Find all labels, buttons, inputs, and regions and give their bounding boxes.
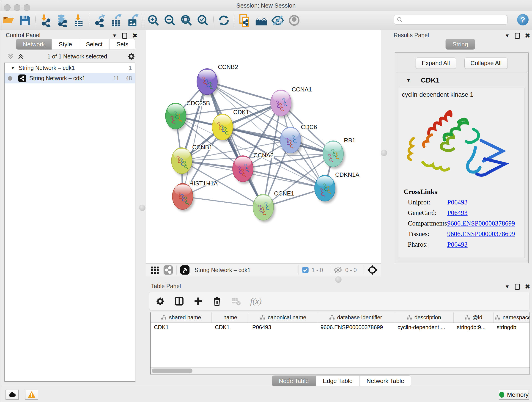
export-image-button[interactable] bbox=[124, 13, 141, 28]
column-header-database-identifier[interactable]: database identifier bbox=[317, 313, 394, 322]
expand-all-icon[interactable] bbox=[17, 53, 24, 60]
network-collection-row[interactable]: ▼ String Network – cdk1 1 bbox=[5, 63, 135, 73]
selected-nodes-checkbox-icon[interactable] bbox=[302, 267, 309, 274]
network-node-rb1[interactable] bbox=[323, 141, 345, 169]
table-options-gear-icon[interactable] bbox=[155, 296, 165, 306]
minimize-panel-icon[interactable]: ▼ bbox=[505, 33, 510, 39]
network-node-ccna2[interactable] bbox=[233, 156, 255, 184]
table-cell[interactable]: 9606.ENSP00000378699 bbox=[317, 323, 394, 332]
right-splitter-handle[interactable] bbox=[381, 150, 387, 156]
network-node-ccnb2[interactable] bbox=[197, 69, 219, 97]
crosslink-link[interactable]: 9606.ENSP00000378699 bbox=[447, 220, 515, 227]
minimize-panel-icon[interactable]: ▼ bbox=[505, 284, 510, 290]
network-node-ccne1[interactable] bbox=[253, 194, 275, 222]
tab-edge-table[interactable]: Edge Table bbox=[316, 375, 360, 386]
expand-all-button[interactable]: Expand All bbox=[416, 57, 456, 69]
node-table[interactable]: shared namenamecanonical namedatabase id… bbox=[150, 312, 530, 375]
save-session-button[interactable] bbox=[17, 13, 33, 28]
close-panel-icon[interactable]: ✖ bbox=[525, 32, 530, 39]
table-cell[interactable]: stringdb:9... bbox=[454, 323, 494, 332]
crosslink-link[interactable]: 9606.ENSP00000378699 bbox=[447, 230, 515, 238]
hidden-elements-eye-icon[interactable] bbox=[333, 265, 342, 274]
network-overview-icon[interactable] bbox=[163, 265, 173, 275]
memory-button[interactable]: Memory bbox=[499, 390, 529, 400]
collapse-all-button[interactable]: Collapse All bbox=[464, 57, 508, 69]
network-tree: ▼ String Network – cdk1 1 String Network… bbox=[4, 63, 135, 382]
zoom-selected-button[interactable] bbox=[195, 13, 211, 28]
horizontal-splitter-handle[interactable] bbox=[335, 276, 342, 283]
import-network-database-button[interactable] bbox=[54, 13, 70, 28]
network-options-gear-icon[interactable] bbox=[127, 52, 135, 61]
network-selection-row: 1 of 1 Network selected bbox=[7, 51, 135, 62]
close-panel-icon[interactable]: ✖ bbox=[525, 283, 530, 290]
search-field[interactable] bbox=[394, 15, 507, 25]
network-node-ccnb1[interactable] bbox=[171, 148, 194, 176]
scrollbar-thumb[interactable] bbox=[152, 369, 192, 373]
table-cell[interactable]: stringdb bbox=[494, 323, 530, 332]
table-cell[interactable]: CDK1 bbox=[212, 323, 249, 332]
cloud-status-button[interactable] bbox=[6, 390, 19, 400]
export-network-button[interactable] bbox=[91, 13, 108, 28]
crosslink-link[interactable]: P06493 bbox=[447, 198, 468, 206]
add-column-icon[interactable] bbox=[193, 296, 203, 306]
zoom-out-button[interactable] bbox=[162, 13, 178, 28]
close-panel-icon[interactable]: ✖ bbox=[132, 32, 138, 39]
import-table-button[interactable] bbox=[70, 13, 87, 28]
warnings-button[interactable] bbox=[25, 390, 38, 400]
column-header-description[interactable]: description bbox=[394, 313, 454, 322]
tab-network-table[interactable]: Network Table bbox=[360, 375, 411, 386]
open-session-button[interactable] bbox=[0, 13, 17, 28]
search-input[interactable] bbox=[405, 16, 505, 23]
float-panel-icon[interactable] bbox=[515, 284, 520, 290]
network-edge[interactable] bbox=[207, 82, 263, 207]
export-table-button[interactable] bbox=[108, 13, 124, 28]
table-horizontal-scrollbar[interactable] bbox=[151, 367, 530, 374]
minimize-panel-icon[interactable]: ▼ bbox=[112, 33, 117, 39]
table-cell[interactable]: P06493 bbox=[249, 323, 317, 332]
delete-column-icon[interactable] bbox=[212, 296, 222, 306]
table-row[interactable]: CDK1CDK1P064939606.ENSP00000378699cyclin… bbox=[151, 323, 530, 332]
grid-view-icon[interactable] bbox=[150, 265, 159, 274]
import-network-file-button[interactable] bbox=[38, 13, 54, 28]
show-all-button[interactable] bbox=[286, 13, 302, 28]
column-header-shared-name[interactable]: shared name bbox=[151, 313, 212, 322]
network-canvas[interactable]: CCNB2CCNA1CDC25BCDK1CDC6RB1CCNB1CCNA2CDK… bbox=[146, 30, 381, 263]
table-cell[interactable]: cyclin-dependent ... bbox=[394, 323, 454, 332]
column-header-canonical-name[interactable]: canonical name bbox=[249, 313, 317, 322]
show-columns-icon[interactable] bbox=[174, 296, 184, 306]
tab-network[interactable]: Network bbox=[16, 39, 52, 50]
network-node-cdkn1a[interactable] bbox=[315, 175, 337, 203]
collapse-all-icon[interactable] bbox=[7, 53, 14, 60]
table-cell[interactable]: CDK1 bbox=[151, 323, 212, 332]
crosslink-link[interactable]: P06493 bbox=[447, 209, 468, 217]
results-panel-body: Expand All Collapse All ▼ CDK1 cyclin-de… bbox=[395, 52, 529, 263]
network-edge[interactable] bbox=[183, 196, 263, 207]
birds-eye-view-icon[interactable] bbox=[180, 265, 190, 275]
clone-network-button[interactable] bbox=[236, 13, 253, 28]
zoom-in-button[interactable] bbox=[145, 13, 162, 28]
tab-sets[interactable]: Sets bbox=[109, 39, 135, 50]
column-header-name[interactable]: name bbox=[212, 313, 249, 322]
help-button[interactable]: ? bbox=[517, 14, 529, 26]
hide-selected-button[interactable] bbox=[269, 13, 286, 28]
pan-crosshair-icon[interactable] bbox=[367, 265, 378, 275]
left-splitter-handle[interactable] bbox=[139, 205, 146, 211]
tab-style[interactable]: Style bbox=[52, 39, 79, 50]
network-node-hist1h1a[interactable] bbox=[172, 183, 195, 211]
float-panel-icon[interactable] bbox=[122, 33, 127, 39]
crosslink-link[interactable]: P06493 bbox=[447, 241, 468, 248]
result-entry-header[interactable]: ▼ CDK1 bbox=[396, 73, 527, 87]
network-edge[interactable] bbox=[183, 82, 207, 196]
column-header-namespace[interactable]: namespace bbox=[494, 313, 530, 322]
collection-expand-arrow-icon[interactable]: ▼ bbox=[11, 65, 15, 70]
refresh-button[interactable] bbox=[215, 13, 232, 28]
column-header-id[interactable]: @id bbox=[454, 313, 494, 322]
float-panel-icon[interactable] bbox=[515, 33, 520, 39]
tab-string[interactable]: String bbox=[445, 39, 475, 50]
tab-select[interactable]: Select bbox=[79, 39, 109, 50]
tab-node-table[interactable]: Node Table bbox=[272, 375, 316, 386]
network-row-selected[interactable]: String Network – cdk1 11 48 bbox=[5, 73, 135, 83]
entry-expand-arrow-icon[interactable]: ▼ bbox=[406, 78, 411, 83]
first-neighbors-button[interactable] bbox=[253, 13, 269, 28]
zoom-fit-button[interactable] bbox=[178, 13, 195, 28]
